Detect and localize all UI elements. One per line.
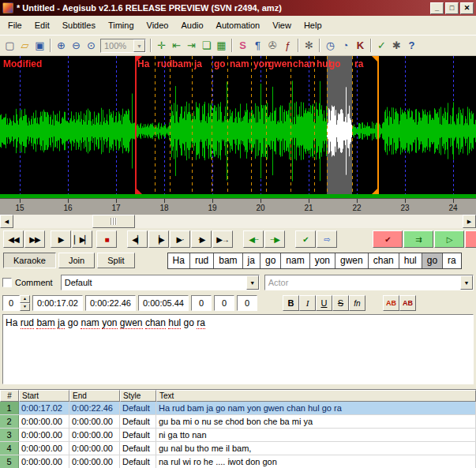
karaoke-syllable-button[interactable]: Ha <box>168 253 190 268</box>
start-time-field[interactable]: 0:00:17.02 <box>32 295 83 311</box>
selection-start-handle[interactable] <box>137 189 142 194</box>
karaoke-toggle-button[interactable]: Karaoke <box>3 253 56 268</box>
scrollbar-thumb[interactable] <box>92 215 135 228</box>
vertical-link-toggle[interactable]: ▦ <box>465 230 476 248</box>
end-time-field[interactable]: 0:00:22.46 <box>85 295 136 311</box>
scroll-left-button[interactable]: ◀ <box>0 215 13 228</box>
automation-icon[interactable]: ✻ <box>302 39 317 53</box>
style-dropdown[interactable]: Default ▼ <box>61 275 260 290</box>
audio-waveform[interactable]: Modified Harudbamjagonamyongwenchanhulgo… <box>0 56 476 194</box>
play-selection-button[interactable]: ▶ <box>51 230 71 248</box>
spin-down-icon[interactable]: ▼ <box>20 303 30 311</box>
save-file-icon[interactable]: ▣ <box>32 39 47 53</box>
open-file-icon[interactable]: ▱ <box>17 39 32 53</box>
karaoke-join-button[interactable]: Join <box>58 253 95 268</box>
selection-end-marker[interactable] <box>377 56 379 194</box>
play-to-end-button[interactable]: ▶→ <box>212 230 233 248</box>
styles-manager-icon[interactable]: S <box>235 39 250 53</box>
syllable-boundary-line[interactable] <box>352 56 353 194</box>
spin-up-icon[interactable]: ▲ <box>20 295 30 303</box>
chevron-down-icon[interactable]: ▼ <box>133 39 145 52</box>
chevron-down-icon[interactable]: ▼ <box>246 275 259 290</box>
zoom-dropdown[interactable]: 100%▼ <box>100 39 146 53</box>
select-visible-icon[interactable]: ❏ <box>199 39 214 53</box>
new-file-icon[interactable]: ▢ <box>2 39 17 53</box>
syllable-boundary-line[interactable] <box>170 56 171 194</box>
subtitle-row[interactable]: 30:00:00.000:00:00.00Defaultni ga tto na… <box>0 429 476 442</box>
play-first-500-button[interactable]: ▶· <box>170 230 190 248</box>
menu-video[interactable]: Video <box>141 17 175 33</box>
zoom-out-icon[interactable]: ⊖ <box>69 39 84 53</box>
karaoke-syllable-button[interactable]: bam <box>214 253 242 268</box>
auto-next-toggle[interactable]: ⇉ <box>403 230 433 248</box>
title-bar[interactable]: * Untitled - Aegisub v2.1.6 RELEASE PREV… <box>0 0 476 16</box>
shift-times-icon[interactable]: ◷ <box>323 39 338 53</box>
layer-field[interactable]: 0 <box>2 295 20 311</box>
karaoke-syllable-button[interactable]: nam <box>281 253 309 268</box>
karaoke-syllable-button[interactable]: rud <box>190 253 214 268</box>
comment-checkbox[interactable] <box>2 278 12 287</box>
syllable-boundary-line[interactable] <box>266 56 267 194</box>
karaoke-syllable-button[interactable]: yon <box>310 253 335 268</box>
syllable-boundary-line[interactable] <box>290 56 291 194</box>
subtitle-row[interactable]: 50:00:00.000:00:00.00Defaultna rul wi ro… <box>0 455 476 468</box>
minimize-button[interactable]: _ <box>430 2 444 14</box>
karaoke-syllable-button[interactable]: chan <box>369 253 399 268</box>
font-name-button[interactable]: fn <box>349 295 365 311</box>
jump-video-icon[interactable]: ✛ <box>154 39 169 53</box>
properties-icon[interactable]: ¶ <box>250 39 265 53</box>
selection-start-handle[interactable] <box>137 56 142 62</box>
scrollbar-track[interactable] <box>13 215 463 228</box>
karaoke-split-button[interactable]: Split <box>97 253 134 268</box>
menu-edit[interactable]: Edit <box>28 17 56 33</box>
subtitle-row[interactable]: 20:00:00.000:00:00.00Defaultgu ba mi o n… <box>0 415 476 429</box>
secondary-color-button[interactable]: AB <box>399 295 416 311</box>
selection-start-marker[interactable] <box>135 56 137 194</box>
margin-field-0[interactable]: 0 <box>191 295 212 311</box>
kanji-timer-icon[interactable]: K <box>353 39 368 53</box>
auto-commit-toggle[interactable]: ✔ <box>373 230 403 248</box>
zoom-in-icon[interactable]: ⊕ <box>54 39 69 53</box>
syllable-boundary-line[interactable] <box>314 56 315 194</box>
snap-to-scene-icon[interactable]: ▦ <box>214 39 229 53</box>
syllable-boundary-line[interactable] <box>192 56 193 194</box>
stop-button[interactable]: ■ <box>96 230 117 248</box>
menu-help[interactable]: Help <box>298 17 328 33</box>
timing-postprocessor-icon[interactable]: ◔ <box>338 39 353 53</box>
waveform-canvas[interactable] <box>0 56 476 194</box>
subtitle-row[interactable]: 40:00:00.000:00:00.00Defaultgu nal bu th… <box>0 442 476 455</box>
underline-button[interactable]: U <box>316 295 332 311</box>
snap-start-to-video-icon[interactable]: ⇤ <box>169 39 184 53</box>
audio-scrollbar[interactable]: ◀ ▶ <box>0 215 476 228</box>
prev-line-button[interactable]: ◀◀ <box>3 230 24 248</box>
close-button[interactable]: ✕ <box>460 2 474 14</box>
spellcheck-icon[interactable]: ✓ <box>374 39 389 53</box>
primary-color-button[interactable]: AB <box>383 295 399 311</box>
play-500-before-button[interactable]: ◀▏ <box>127 230 148 248</box>
italic-button[interactable]: I <box>299 295 316 311</box>
zoom-fit-icon[interactable]: ⊙ <box>84 39 99 53</box>
karaoke-syllable-button[interactable]: hul <box>399 253 422 268</box>
duration-field[interactable]: 0:00:05.44 <box>138 295 189 311</box>
selection-end-handle[interactable] <box>372 189 377 194</box>
syllable-boundary-line[interactable] <box>212 56 212 194</box>
menu-automation[interactable]: Automation <box>210 17 267 33</box>
scroll-right-button[interactable]: ▶ <box>463 215 476 228</box>
actor-dropdown[interactable]: Actor ▼ <box>264 275 474 290</box>
syllable-boundary-line[interactable] <box>155 56 156 194</box>
menu-subtitles[interactable]: Subtitles <box>56 17 102 33</box>
options-icon[interactable]: ✱ <box>389 39 404 53</box>
karaoke-syllable-button[interactable]: go <box>422 253 443 268</box>
syllable-boundary-line[interactable] <box>327 56 328 194</box>
help-icon[interactable]: ? <box>404 39 419 53</box>
strikeout-button[interactable]: S <box>332 295 349 311</box>
menu-timing[interactable]: Timing <box>102 17 141 33</box>
subtitle-row[interactable]: 10:00:17.020:00:22.46DefaultHa rud bam j… <box>0 402 476 415</box>
margin-field-1[interactable]: 0 <box>214 295 234 311</box>
lead-in-button[interactable]: ◀┄ <box>243 230 264 248</box>
syllable-boundary-line[interactable] <box>227 56 228 194</box>
maximize-button[interactable]: □ <box>445 2 459 14</box>
attachments-icon[interactable]: ✇ <box>265 39 280 53</box>
karaoke-syllable-button[interactable]: ja <box>243 253 260 268</box>
menu-view[interactable]: View <box>266 17 298 33</box>
